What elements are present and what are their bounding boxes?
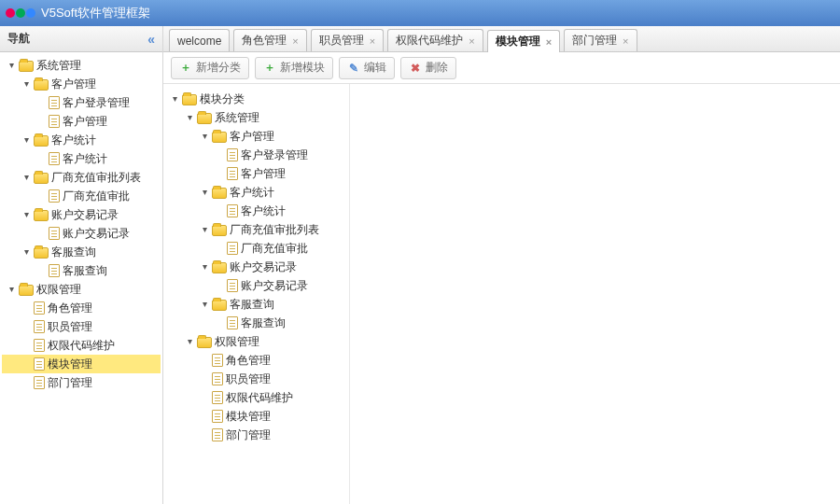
page-icon	[49, 96, 60, 109]
tree-node[interactable]: 角色管理	[165, 351, 347, 370]
spacer	[199, 355, 210, 366]
page-icon	[212, 372, 223, 385]
tree-node-label: 账户交易记录	[63, 224, 130, 243]
tree-node[interactable]: 账户交易记录	[2, 205, 161, 224]
tree-node[interactable]: 厂商充值审批列表	[2, 168, 161, 187]
tree-node-label: 客服查询	[63, 261, 107, 280]
tree-node[interactable]: 厂商充值审批	[165, 239, 347, 258]
close-icon[interactable]: ×	[292, 35, 298, 47]
tree-node[interactable]: 厂商充值审批列表	[165, 220, 347, 239]
tree-node[interactable]: 模块管理	[165, 407, 347, 426]
page-icon	[34, 376, 45, 389]
tree-node[interactable]: 部门管理	[165, 426, 347, 444]
tree-node[interactable]: 客户统计	[165, 183, 347, 202]
expand-icon[interactable]	[21, 246, 32, 258]
spacer	[21, 302, 32, 314]
expand-icon[interactable]	[21, 78, 32, 90]
tree-node[interactable]: 客户统计	[165, 202, 347, 220]
tab-label: 模块管理	[496, 34, 540, 49]
spacer	[214, 149, 225, 161]
add-category-button[interactable]: ＋新增分类	[171, 57, 249, 79]
tree-node[interactable]: 职员管理	[2, 317, 161, 336]
expand-icon[interactable]	[184, 336, 195, 347]
tree-node-label: 客户统计	[51, 131, 96, 149]
expand-icon[interactable]	[199, 299, 210, 310]
close-icon[interactable]: ×	[370, 35, 375, 47]
tree-node[interactable]: 角色管理	[2, 299, 161, 317]
spacer	[35, 153, 47, 164]
tree-node-label: 角色管理	[48, 299, 92, 317]
spacer	[199, 411, 210, 422]
tree-node[interactable]: 客服查询	[165, 295, 347, 314]
tree-node[interactable]: 客户管理	[2, 112, 161, 131]
tree-node[interactable]: 系统管理	[165, 108, 347, 127]
edit-button[interactable]: ✎编辑	[339, 57, 395, 79]
tree-node[interactable]: 客户统计	[2, 149, 161, 168]
tree-node[interactable]: 部门管理	[2, 373, 161, 392]
folder-icon	[212, 132, 227, 143]
tab[interactable]: 角色管理×	[233, 29, 306, 51]
tab-label: 权限代码维护	[396, 33, 463, 49]
tree-node[interactable]: 权限代码维护	[2, 336, 161, 355]
tree-node[interactable]: 系统管理	[2, 56, 161, 75]
tree-node-label: 账户交易记录	[241, 276, 308, 295]
page-icon	[34, 357, 45, 371]
plus-icon: ＋	[179, 62, 192, 75]
expand-icon[interactable]	[169, 93, 180, 105]
tree-node[interactable]: 客服查询	[165, 314, 347, 332]
tree-node[interactable]: 厂商充值审批	[2, 187, 161, 205]
expand-icon[interactable]	[199, 261, 210, 273]
tab[interactable]: 部门管理×	[564, 29, 637, 51]
expand-icon[interactable]	[199, 224, 210, 235]
spacer	[35, 190, 47, 202]
spacer	[21, 358, 32, 370]
module-tree: 模块分类系统管理客户管理客户登录管理客户管理客户统计客户统计厂商充值审批列表厂商…	[163, 84, 350, 504]
tree-node-label: 客户统计	[230, 183, 274, 202]
tab[interactable]: 模块管理×	[487, 30, 560, 52]
close-icon[interactable]: ×	[623, 35, 628, 47]
tree-node[interactable]: 账户交易记录	[165, 258, 347, 276]
add-module-button[interactable]: ＋新增模块	[255, 57, 333, 79]
expand-icon[interactable]	[21, 134, 32, 146]
expand-icon[interactable]	[6, 284, 17, 295]
tree-node[interactable]: 账户交易记录	[2, 224, 161, 243]
tree-node[interactable]: 客户管理	[2, 75, 161, 93]
delete-button[interactable]: ✖删除	[400, 57, 456, 79]
tree-node[interactable]: 客服查询	[2, 243, 161, 261]
tree-node[interactable]: 账户交易记录	[165, 276, 347, 295]
app-title: V5Soft软件管理框架	[41, 5, 150, 21]
expand-icon[interactable]	[21, 209, 32, 220]
tab-bar: welcome角色管理×职员管理×权限代码维护×模块管理×部门管理×	[163, 26, 840, 52]
tree-node[interactable]: 客服查询	[2, 261, 161, 280]
expand-icon[interactable]	[199, 131, 210, 142]
spacer	[21, 340, 32, 351]
tab[interactable]: 权限代码维护×	[387, 29, 483, 51]
close-icon[interactable]: ×	[546, 36, 552, 48]
expand-icon[interactable]	[21, 172, 32, 183]
close-icon[interactable]: ×	[469, 35, 474, 47]
tree-node[interactable]: 权限代码维护	[165, 388, 347, 407]
expand-icon[interactable]	[6, 60, 17, 71]
tree-node[interactable]: 职员管理	[165, 370, 347, 388]
spacer	[21, 321, 32, 332]
tree-node[interactable]: 权限管理	[165, 332, 347, 351]
tree-node[interactable]: 模块分类	[165, 90, 347, 108]
tree-node[interactable]: 客户统计	[2, 131, 161, 149]
tab-label: 角色管理	[242, 33, 287, 49]
tree-node[interactable]: 权限管理	[2, 280, 161, 299]
tree-node-label: 权限管理	[215, 332, 259, 351]
tree-node-label: 厂商充值审批	[241, 239, 308, 258]
collapse-icon[interactable]: «	[147, 32, 155, 47]
tree-node[interactable]: 客户登录管理	[2, 93, 161, 112]
plus-icon: ＋	[263, 62, 276, 75]
spacer	[214, 243, 225, 254]
tab[interactable]: welcome	[169, 29, 230, 51]
tab[interactable]: 职员管理×	[311, 29, 384, 51]
tree-node[interactable]: 客户登录管理	[165, 146, 347, 164]
tree-node[interactable]: 模块管理	[2, 355, 161, 373]
tree-node[interactable]: 客户管理	[165, 127, 347, 146]
expand-icon[interactable]	[184, 112, 195, 123]
tree-node[interactable]: 客户管理	[165, 164, 347, 183]
expand-icon[interactable]	[199, 187, 210, 198]
tree-node-label: 权限管理	[36, 280, 81, 299]
